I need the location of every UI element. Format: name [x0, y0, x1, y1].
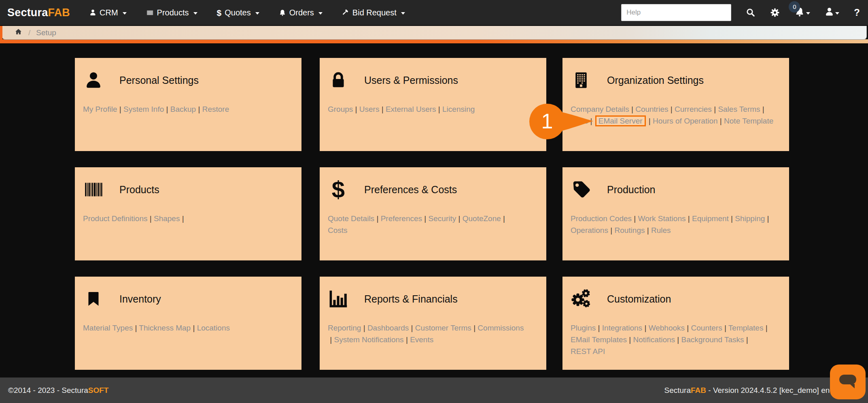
card-link[interactable]: Locations — [197, 324, 230, 332]
card-link[interactable]: Countries — [635, 105, 668, 113]
menu-quotes[interactable]: $ Quotes — [217, 8, 259, 17]
card-link[interactable]: Company Details — [571, 105, 629, 113]
card-link[interactable]: Counters — [691, 324, 722, 332]
card-links-line: Costs — [328, 224, 538, 236]
link-separator: | — [718, 117, 724, 125]
card-link[interactable]: Operations — [571, 226, 608, 235]
card-link[interactable]: Work Stations — [638, 214, 686, 223]
card-link[interactable]: Restore — [202, 105, 229, 113]
menu-crm[interactable]: CRM — [89, 8, 127, 17]
app-logo[interactable]: SecturaFAB — [7, 6, 70, 19]
menu-products[interactable]: Products — [146, 8, 197, 17]
card-link[interactable]: Integrations — [602, 324, 642, 332]
card-link[interactable]: REST API — [571, 347, 605, 356]
link-separator: | — [642, 324, 649, 332]
card-link[interactable]: Production Codes — [571, 214, 632, 223]
card-link[interactable]: System Info — [123, 105, 164, 113]
card-link[interactable]: Preferences — [381, 214, 422, 223]
card-link[interactable]: Sales Terms — [718, 105, 760, 113]
card-title: Inventory — [119, 293, 161, 305]
card-links-line: Units | EMail Server | Hours of Operatio… — [571, 115, 781, 127]
card-links: Quote Details | Preferences | Security |… — [328, 213, 538, 236]
gear-icon[interactable] — [770, 8, 780, 17]
chevron-down-icon — [318, 12, 323, 15]
footer-version: SecturaFAB - Version 2024.4.5.2 [kec_dem… — [664, 377, 843, 403]
link-separator: | — [596, 324, 602, 332]
chevron-down-icon — [123, 12, 127, 15]
card-link[interactable]: Templates — [728, 324, 764, 332]
card-link[interactable]: Security — [429, 214, 456, 223]
card-link[interactable]: Currencies — [675, 105, 712, 113]
card-title: Preferences & Costs — [364, 184, 457, 196]
navbar-right: 0 ? — [621, 0, 860, 25]
card-link[interactable]: Dashboards — [367, 324, 409, 332]
card-link[interactable]: Units — [571, 117, 588, 125]
card-link[interactable]: Equipment — [692, 214, 729, 223]
card-link[interactable]: Note Template — [724, 117, 773, 125]
card-link[interactable]: Material Types — [83, 324, 133, 332]
card-link[interactable]: Webhooks — [649, 324, 685, 332]
link-separator: | — [685, 214, 692, 223]
card-customization: Customization Plugins | Integrations | W… — [562, 277, 789, 370]
card-link[interactable]: Backup — [170, 105, 196, 113]
menu-label: Quotes — [225, 8, 250, 17]
link-separator: | — [436, 105, 443, 113]
card-link[interactable]: QuoteZone — [463, 214, 501, 223]
card-link[interactable]: Thickness Map — [139, 324, 191, 332]
chat-widget-button[interactable] — [830, 365, 866, 399]
card-title: Users & Permissions — [364, 75, 458, 86]
card-link[interactable]: Customer Terms — [415, 324, 471, 332]
card-links-line: EMail Templates | Notifications | Backgr… — [571, 334, 781, 345]
card-link[interactable]: Shipping — [735, 214, 765, 223]
card-link[interactable]: Hours of Operation — [653, 117, 718, 125]
footer-copyright: ©2014 - 2023 - SecturaSOFT — [8, 377, 108, 403]
card-link[interactable]: Costs — [328, 226, 348, 235]
card-link[interactable]: Reporting — [328, 324, 361, 332]
card-personal-settings: Personal Settings My Profile | System In… — [75, 58, 301, 151]
card-link[interactable]: Shapes — [154, 214, 180, 223]
card-link[interactable]: Licensing — [442, 105, 475, 113]
card-links-line: Groups | Users | External Users | Licens… — [328, 103, 538, 115]
card-links: My Profile | System Info | Backup | Rest… — [83, 103, 293, 115]
menu-orders[interactable]: Orders — [279, 8, 323, 17]
card-link[interactable]: External Users — [386, 105, 436, 113]
link-separator: | — [147, 214, 154, 223]
link-separator: | — [404, 335, 410, 344]
card-link[interactable]: Groups — [328, 105, 353, 113]
chevron-down-icon — [193, 12, 197, 15]
link-separator: | — [379, 105, 386, 113]
home-icon[interactable] — [14, 28, 23, 37]
card-link[interactable]: Routings — [614, 226, 645, 235]
card-link[interactable]: Background Tasks — [681, 335, 744, 344]
card-link[interactable]: Users — [359, 105, 380, 113]
link-separator: | — [501, 214, 507, 223]
link-separator: | — [191, 324, 197, 332]
notifications-button[interactable]: 0 — [794, 6, 810, 19]
bar-chart-icon — [328, 288, 349, 309]
card-link[interactable]: EMail Templates — [571, 335, 627, 344]
search-icon[interactable] — [746, 8, 756, 17]
building-icon — [571, 69, 592, 92]
card-link[interactable]: Plugins — [571, 324, 596, 332]
card-link[interactable]: Rules — [651, 226, 671, 235]
card-link[interactable]: Commissions — [478, 324, 524, 332]
card-link[interactable]: My Profile — [83, 105, 117, 113]
link-separator: | — [422, 214, 429, 223]
footer: ©2014 - 2023 - SecturaSOFT SecturaFAB - … — [0, 377, 868, 403]
card-link[interactable]: Product Definitions — [83, 214, 147, 223]
user-account-button[interactable] — [825, 7, 839, 18]
card-link[interactable]: System Notifications — [334, 335, 404, 344]
link-separator: | — [180, 214, 186, 223]
help-icon[interactable]: ? — [854, 7, 860, 18]
link-separator: | — [409, 324, 415, 332]
card-links-line: My Profile | System Info | Backup | Rest… — [83, 103, 293, 115]
card-link-email-server-highlighted[interactable]: EMail Server — [595, 115, 646, 126]
card-links: Production Codes | Work Stations | Equip… — [571, 213, 781, 236]
card-link[interactable]: Quote Details — [328, 214, 374, 223]
menu-bid-request[interactable]: Bid Request — [342, 8, 405, 17]
lock-icon — [328, 69, 349, 91]
card-link[interactable]: Notifications — [633, 335, 675, 344]
page: SecturaFAB CRM Products $ Quotes Orders … — [0, 0, 868, 403]
card-link[interactable]: Events — [410, 335, 433, 344]
help-search-input[interactable] — [621, 4, 731, 21]
